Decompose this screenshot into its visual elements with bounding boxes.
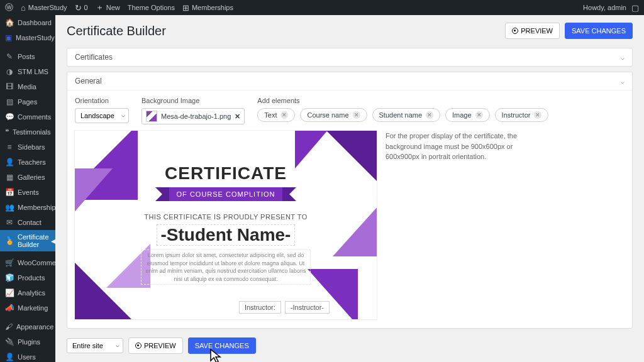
menu-icon: ❝ bbox=[5, 128, 9, 136]
sidebar-item-label: Testimonials bbox=[13, 128, 51, 136]
page-title: Certificate Builder bbox=[67, 24, 166, 38]
theme-options-link[interactable]: Theme Options bbox=[128, 4, 175, 11]
chip-action-icon: ✕ bbox=[426, 111, 433, 119]
cert-body-text[interactable]: Lorem ipsum dolor sit amet, consectetur … bbox=[141, 250, 311, 285]
certificates-panel-header[interactable]: Certificates⌵ bbox=[67, 48, 632, 66]
menu-icon: ◑ bbox=[5, 67, 14, 76]
sidebar-item-marketing[interactable]: 📣Marketing bbox=[0, 300, 55, 315]
menu-icon: 🛒 bbox=[5, 258, 14, 267]
sidebar-item-stm-lms[interactable]: ◑STM LMS bbox=[0, 64, 55, 79]
sidebar-item-teachers[interactable]: 👤Teachers bbox=[0, 155, 55, 170]
add-element-text[interactable]: Text✕ bbox=[257, 108, 295, 122]
sidebar-item-label: Dashboard bbox=[18, 19, 52, 26]
sidebar-item-label: STM LMS bbox=[18, 68, 48, 75]
add-elements-label: Add elements bbox=[257, 97, 548, 104]
sidebar-item-label: Plugins bbox=[18, 338, 40, 346]
chevron-down-icon: ⌵ bbox=[621, 54, 625, 61]
sidebar-item-pages[interactable]: ▤Pages bbox=[0, 94, 55, 109]
site-link[interactable]: ⌂MasterStudy bbox=[21, 3, 67, 13]
menu-icon: 💬 bbox=[5, 112, 14, 121]
bg-label: Background Image bbox=[142, 97, 245, 104]
eye-icon bbox=[512, 28, 518, 34]
menu-icon: ✎ bbox=[5, 52, 14, 61]
sidebar-item-products[interactable]: 🧊Products bbox=[0, 270, 55, 285]
footer-save-button[interactable]: SAVE CHANGES bbox=[188, 337, 256, 354]
sidebar-item-testimonials[interactable]: ❝Testimonials bbox=[0, 124, 55, 140]
sidebar-item-events[interactable]: 📅Events bbox=[0, 185, 55, 200]
orientation-select[interactable]: Landscape bbox=[75, 108, 129, 123]
sidebar-item-plugins[interactable]: 🔌Plugins bbox=[0, 334, 55, 349]
chip-action-icon: ✕ bbox=[534, 111, 541, 119]
sidebar-item-label: Marketing bbox=[18, 304, 48, 312]
certificate-canvas[interactable]: CERTIFICATE OF COURSE COMPLITION THIS CE… bbox=[75, 131, 377, 319]
wp-logo[interactable]: ⓦ bbox=[5, 2, 13, 13]
memberships-link[interactable]: ⊞Memberships bbox=[182, 3, 233, 13]
sidebar-item-galleries[interactable]: ▦Galleries bbox=[0, 170, 55, 185]
sidebar-item-label: Memberships bbox=[18, 204, 55, 211]
sidebar-item-label: MasterStudy bbox=[16, 34, 55, 41]
sidebar-item-label: Pages bbox=[18, 98, 37, 106]
sidebar-item-users[interactable]: 👤Users bbox=[0, 349, 55, 362]
sidebar-item-contact[interactable]: ✉Contact bbox=[0, 215, 55, 230]
add-element-instructor[interactable]: Instructor✕ bbox=[495, 108, 549, 122]
sidebar-item-label: Contact bbox=[18, 219, 42, 226]
bg-remove-icon[interactable]: ✕ bbox=[235, 112, 240, 121]
sidebar-item-analytics[interactable]: 📈Analytics bbox=[0, 285, 55, 300]
save-button[interactable]: SAVE CHANGES bbox=[565, 23, 633, 39]
cert-student-name[interactable]: -Student Name- bbox=[157, 224, 296, 246]
cert-instructor-label[interactable]: Instructor: bbox=[239, 301, 281, 314]
admin-topbar: ⓦ ⌂MasterStudy ↻0 ＋New Theme Options ⊞Me… bbox=[0, 0, 644, 15]
menu-icon: ▣ bbox=[5, 33, 12, 42]
sidebar-item-label: Products bbox=[18, 274, 45, 282]
deco-triangle bbox=[333, 194, 377, 256]
new-link[interactable]: ＋New bbox=[96, 2, 120, 13]
sidebar-item-label: Sidebars bbox=[18, 143, 45, 151]
cert-ribbon[interactable]: OF COURSE COMPLITION bbox=[165, 187, 287, 201]
preview-button[interactable]: PREVIEW bbox=[505, 23, 560, 39]
sidebar-item-label: Galleries bbox=[18, 173, 45, 181]
footer-preview-button[interactable]: PREVIEW bbox=[128, 337, 183, 354]
sidebar-item-masterstudy[interactable]: ▣MasterStudy bbox=[0, 30, 55, 45]
add-element-image[interactable]: Image✕ bbox=[445, 108, 490, 122]
sidebar-item-dashboard[interactable]: 🏠Dashboard bbox=[0, 15, 55, 30]
certificates-panel: Certificates⌵ bbox=[67, 48, 633, 67]
sidebar-item-label: WooCommerce bbox=[18, 259, 55, 266]
menu-icon: 📅 bbox=[5, 188, 14, 197]
menu-icon: 👤 bbox=[5, 353, 14, 361]
menu-icon: ≡ bbox=[5, 143, 14, 151]
sidebar-item-certificate-builder[interactable]: 🏅Certificate Builder bbox=[0, 230, 55, 251]
main-content: Certificate Builder PREVIEW SAVE CHANGES… bbox=[55, 15, 644, 362]
cert-present-line[interactable]: THIS CERTIFICATE IS PROUDLY PRESENT TO bbox=[144, 212, 308, 221]
sidebar-item-posts[interactable]: ✎Posts bbox=[0, 49, 55, 64]
menu-icon: 🖌 bbox=[5, 322, 13, 331]
sidebar-item-label: Analytics bbox=[18, 289, 45, 297]
sidebar-item-sidebars[interactable]: ≡Sidebars bbox=[0, 140, 55, 155]
deco-triangle bbox=[320, 131, 377, 187]
sidebar-item-comments[interactable]: 💬Comments bbox=[0, 109, 55, 124]
add-element-student-name[interactable]: Student name✕ bbox=[372, 108, 441, 122]
menu-icon: 📣 bbox=[5, 304, 14, 312]
cert-title[interactable]: CERTIFICATE bbox=[165, 163, 287, 184]
sidebar-item-appearance[interactable]: 🖌Appearance bbox=[0, 319, 55, 334]
general-panel-header[interactable]: General⌵ bbox=[67, 72, 632, 90]
updates-link[interactable]: ↻0 bbox=[75, 3, 88, 13]
sidebar-item-label: Events bbox=[18, 189, 39, 196]
menu-icon: 📈 bbox=[5, 288, 14, 297]
bg-help-text: For the proper display of the certificat… bbox=[386, 131, 518, 319]
admin-sidebar: 🏠Dashboard▣MasterStudy✎Posts◑STM LMS🎞Med… bbox=[0, 15, 55, 362]
scope-select[interactable]: Entire site bbox=[67, 338, 123, 353]
menu-icon: 🎞 bbox=[5, 82, 14, 91]
cert-instructor-value[interactable]: -Instructor- bbox=[285, 301, 330, 314]
chevron-down-icon: ⌵ bbox=[621, 78, 625, 85]
howdy-link[interactable]: Howdy, admin▢ bbox=[583, 3, 639, 13]
add-element-course-name[interactable]: Course name✕ bbox=[300, 108, 367, 122]
bg-image-field[interactable]: Mesa-de-trabajo-1.png ✕ bbox=[142, 108, 245, 124]
menu-icon: 🔌 bbox=[5, 337, 14, 346]
menu-icon: 👤 bbox=[5, 158, 14, 167]
menu-icon: 🏅 bbox=[5, 236, 14, 245]
sidebar-item-memberships[interactable]: 👥Memberships bbox=[0, 200, 55, 215]
sidebar-item-woocommerce[interactable]: 🛒WooCommerce bbox=[0, 255, 55, 270]
sidebar-item-media[interactable]: 🎞Media bbox=[0, 79, 55, 94]
menu-icon: 🏠 bbox=[5, 18, 14, 27]
menu-icon: ▤ bbox=[5, 97, 14, 106]
